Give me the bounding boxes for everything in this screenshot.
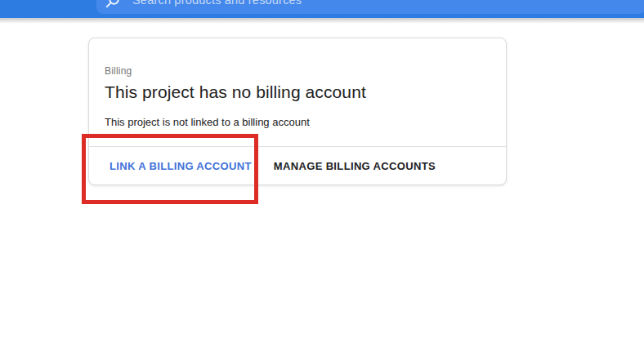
card-title: This project has no billing account <box>105 82 490 102</box>
billing-card: Billing This project has no billing acco… <box>88 38 507 185</box>
link-billing-account-button[interactable]: LINK A BILLING ACCOUNT <box>110 160 252 172</box>
card-subtitle: This project is not linked to a billing … <box>105 116 490 128</box>
manage-billing-accounts-button[interactable]: MANAGE BILLING ACCOUNTS <box>274 160 436 172</box>
app-header: Search products and resources <box>0 0 644 18</box>
card-actions: LINK A BILLING ACCOUNT MANAGE BILLING AC… <box>89 147 506 184</box>
billing-card-body: Billing This project has no billing acco… <box>89 38 506 128</box>
search-icon <box>105 0 121 9</box>
card-eyebrow-billing: Billing <box>105 65 490 77</box>
search-input[interactable]: Search products and resources <box>96 0 644 14</box>
header-shadow <box>0 18 644 24</box>
search-placeholder: Search products and resources <box>132 0 302 7</box>
page: Search products and resources Billing Th… <box>0 0 644 351</box>
